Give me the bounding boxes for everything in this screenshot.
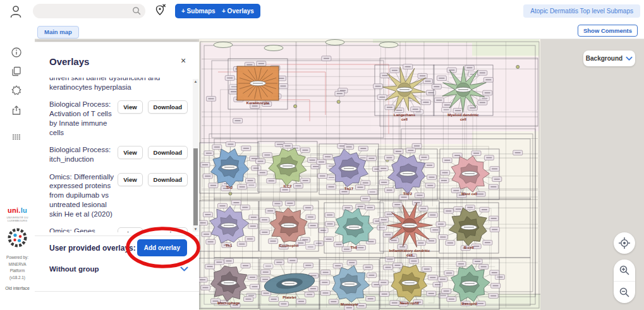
location-pin-x-icon (153, 3, 167, 17)
svg-text:Myeloid dendritic: Myeloid dendritic (447, 113, 479, 117)
map-cell-b-cell[interactable]: B cell (436, 203, 499, 253)
powered-by-line: Platform (0, 268, 35, 275)
top-bar: + Submaps + Overlays Atopic Dermatitis T… (0, 0, 644, 22)
overlay-item: driven skin barrier dysfunction and kera… (49, 78, 188, 92)
scrollbar-thumb[interactable] (193, 148, 198, 225)
svg-text:B cell: B cell (464, 246, 474, 249)
crosshair-icon (618, 237, 631, 249)
view-button[interactable]: View (118, 173, 142, 186)
overlay-item: Omics: Differentially expressed proteins… (49, 172, 188, 219)
show-comments-button[interactable]: Show Comments (578, 25, 638, 37)
chevron-down-icon (626, 56, 633, 61)
map-cell-inflammatory-dendritic-cell[interactable]: Inflammatory dendriticcell (379, 200, 440, 256)
overlays-scrollbar[interactable]: ▲ ▼ (193, 79, 198, 232)
without-group-label: Without group (49, 265, 99, 273)
close-icon[interactable]: × (178, 55, 189, 66)
minerva-logo (7, 227, 28, 251)
overlay-item-name: Biological Process: itch_induction (49, 145, 118, 164)
clear-pin-button[interactable] (152, 3, 167, 19)
without-group-row[interactable]: Without group (49, 265, 188, 273)
map-cell-platelet[interactable]: Platelet (260, 258, 319, 309)
map-cell-th0[interactable]: Th0 (324, 203, 387, 253)
panel-divider (35, 291, 199, 292)
submaps-button[interactable]: + Submaps (175, 4, 222, 18)
map-cell-th2[interactable]: Th2 (200, 142, 261, 193)
unilu-logo-red: uni. (8, 206, 21, 214)
user-overlays-label: User provided overlays: (49, 244, 136, 253)
svg-text:Th22: Th22 (403, 192, 413, 196)
map-cell-th22[interactable]: Th22 (378, 148, 437, 200)
map-cell-monocyte[interactable]: Monocyte (320, 259, 381, 310)
map-cell-mast-cell[interactable]: Mast cell (439, 149, 502, 200)
download-button[interactable]: Download (148, 100, 188, 114)
add-overlay-button[interactable]: Add overlay (137, 239, 187, 256)
download-button[interactable]: Download (148, 173, 188, 186)
svg-text:cell: cell (460, 117, 466, 121)
svg-text:Mast cell: Mast cell (461, 192, 478, 196)
map-cell-basophil[interactable]: Basophil (438, 259, 501, 309)
map-cell-langerhans-cell[interactable]: Langerhanscell (374, 64, 436, 121)
svg-text:cell: cell (406, 253, 413, 257)
powered-by-line: (v18.2.1) (0, 275, 35, 282)
svg-text:Th2: Th2 (226, 186, 233, 189)
zoom-in-icon (619, 265, 630, 276)
overlays-panel: Overlays × driven skin barrier dysfuncti… (35, 42, 199, 310)
svg-text:Monocyte: Monocyte (341, 302, 359, 306)
overlay-item: Omics: Genes harboring AD-associated SNP… (49, 227, 188, 232)
scrollbar-up-icon[interactable]: ▲ (193, 79, 198, 84)
old-interface-link[interactable]: Old interface (0, 286, 35, 290)
map-viewport[interactable]: KeratinocyteLangerhanscellMyeloid dendri… (199, 39, 540, 310)
center-map-button[interactable] (614, 232, 635, 254)
view-button[interactable]: View (118, 227, 142, 232)
svg-text:Neutrophil: Neutrophil (400, 301, 419, 305)
zoom-out-icon (619, 287, 630, 298)
scrollbar-down-icon[interactable]: ▼ (193, 227, 198, 232)
view-button[interactable]: View (118, 100, 142, 114)
overlay-item: Biological Process: Activation of T cell… (49, 100, 188, 137)
svg-text:cell: cell (401, 117, 408, 121)
svg-text:Basophil: Basophil (461, 302, 478, 306)
map-cell-myeloid-dendritic-cell[interactable]: Myeloid dendriticcell (432, 65, 493, 121)
sidebar-export-button[interactable] (9, 104, 23, 118)
overlay-item-name: driven skin barrier dysfunction and kera… (49, 78, 188, 92)
map-cell-th17[interactable]: Th17 (317, 144, 382, 194)
map-cell-neutrophil[interactable]: Neutrophil (379, 258, 442, 309)
overlays-panel-title: Overlays (49, 56, 89, 67)
overlays-list: driven skin barrier dysfunction and kera… (35, 78, 193, 232)
download-button[interactable]: Download (148, 227, 188, 232)
map-cell-ilc2[interactable]: ILC2 (256, 141, 320, 192)
map-cell-th1[interactable]: Th1 (199, 200, 258, 251)
background-dropdown[interactable]: Background (583, 51, 635, 66)
tab-main-map[interactable]: Main map (37, 26, 79, 39)
project-title-badge[interactable]: Atopic Dermatitis Top level Submaps (523, 4, 640, 18)
sidebar-plugins-button[interactable] (9, 84, 23, 98)
map-network-svg[interactable]: KeratinocyteLangerhanscellMyeloid dendri… (199, 39, 540, 310)
svg-text:Inflammatory dendritic: Inflammatory dendritic (389, 249, 430, 253)
overlays-button[interactable]: + Overlays (216, 4, 260, 18)
user-overlays-row: User provided overlays: Add overlay (49, 239, 187, 256)
map-cell-keratinocyte[interactable]: Keratinocyte (225, 59, 288, 109)
zoom-out-button[interactable] (614, 282, 635, 303)
map-cell-eosinophil[interactable]: Eosinophil (259, 201, 319, 251)
sidebar-submaps-button[interactable] (9, 65, 23, 79)
overlay-item: Biological Process: itch_inductionViewDo… (49, 145, 188, 164)
download-button[interactable]: Download (148, 146, 188, 159)
zoom-in-button[interactable] (614, 259, 635, 281)
plugins-icon (11, 85, 22, 96)
search-input[interactable] (40, 4, 129, 18)
left-sidebar: uni.lu UNIVERSITÉ DU LUXEMBOURG Powered … (0, 22, 35, 310)
overlay-item-actions: ViewDownload (118, 100, 188, 114)
svg-text:Platelet: Platelet (283, 295, 296, 299)
sidebar-info-button[interactable] (9, 46, 23, 60)
svg-text:Th0: Th0 (351, 246, 358, 249)
overlay-item-name: Omics: Differentially expressed proteins… (49, 172, 118, 219)
svg-text:Th17: Th17 (344, 187, 354, 191)
search-icon (132, 6, 141, 15)
map-cell-macrophage[interactable]: Macrophage (199, 258, 260, 309)
sidebar-legend-button[interactable] (9, 131, 23, 145)
powered-by-line: MINERVA (0, 261, 35, 268)
view-button[interactable]: View (118, 146, 142, 159)
unilu-logo: uni.lu UNIVERSITÉ DU LUXEMBOURG (0, 204, 35, 222)
svg-text:ILC2: ILC2 (283, 184, 292, 188)
user-account-button[interactable] (8, 4, 23, 19)
